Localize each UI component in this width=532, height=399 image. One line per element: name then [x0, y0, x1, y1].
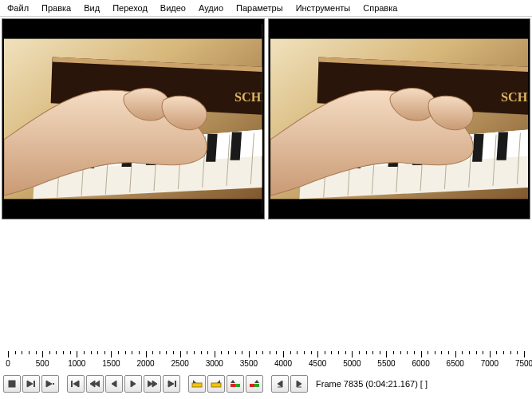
timeline-region: 0500100015002000250030003500400045005000…: [0, 351, 532, 399]
mark-in-button[interactable]: [188, 375, 206, 393]
svg-marker-57: [112, 381, 116, 387]
svg-rect-50: [33, 381, 35, 387]
svg-marker-49: [27, 381, 33, 387]
menu-edit[interactable]: Правка: [36, 2, 77, 14]
play-output-button[interactable]: [41, 375, 59, 393]
video-preview-area: SCHIM: [0, 17, 532, 221]
svg-marker-51: [46, 381, 52, 387]
prev-key-button[interactable]: [105, 375, 123, 393]
svg-rect-22: [206, 134, 218, 162]
menu-video[interactable]: Видео: [155, 2, 191, 14]
svg-rect-53: [71, 381, 73, 387]
menu-file[interactable]: Файл: [2, 2, 34, 14]
menu-tools[interactable]: Инструменты: [290, 2, 357, 14]
svg-rect-63: [192, 383, 202, 387]
timeline-ruler[interactable]: 0500100015002000250030003500400045005000…: [3, 351, 529, 373]
svg-rect-67: [231, 384, 235, 387]
svg-rect-62: [175, 381, 176, 387]
ruler-tick-label: 5500: [377, 359, 395, 368]
video-pane-input[interactable]: SCHIM: [2, 18, 265, 219]
svg-text:SCHIM: SCHIM: [501, 89, 528, 105]
ruler-tick-label: 2000: [136, 359, 154, 368]
menu-help[interactable]: Справка: [357, 2, 403, 14]
svg-marker-64: [193, 380, 196, 383]
go-start-button[interactable]: [67, 375, 85, 393]
menu-view[interactable]: Вид: [78, 2, 105, 14]
ruler-tick-label: 5000: [343, 359, 361, 368]
menu-bar: Файл Правка Вид Переход Видео Аудио Пара…: [0, 0, 532, 17]
step-back-button[interactable]: [86, 375, 104, 393]
mark-out-button[interactable]: [207, 375, 225, 393]
shuttle-back-button[interactable]: [271, 375, 289, 393]
svg-rect-71: [254, 384, 259, 387]
ruler-tick-label: 500: [36, 359, 49, 368]
ruler-tick-label: 6000: [412, 359, 429, 368]
svg-marker-73: [278, 381, 282, 387]
ruler-tick-label: 2500: [171, 359, 189, 368]
ruler-tick-label: 3000: [206, 359, 223, 368]
svg-rect-48: [9, 381, 15, 387]
next-key-button[interactable]: [124, 375, 142, 393]
video-pane-output[interactable]: SCHIM: [268, 18, 531, 219]
menu-go[interactable]: Переход: [107, 2, 153, 14]
ruler-tick-label: 6500: [447, 359, 464, 368]
prev-range-button[interactable]: [227, 375, 244, 393]
svg-marker-58: [131, 381, 136, 387]
svg-marker-72: [254, 380, 259, 383]
svg-marker-60: [152, 381, 157, 387]
svg-rect-47: [496, 132, 508, 160]
ruler-tick-label: 3500: [240, 359, 258, 368]
output-frame-image: SCHIM: [270, 24, 529, 214]
svg-marker-56: [95, 381, 100, 387]
svg-rect-68: [235, 384, 240, 387]
svg-rect-1: [4, 24, 262, 39]
ruler-tick-label: 4000: [274, 359, 292, 368]
svg-rect-52: [53, 383, 54, 385]
svg-marker-54: [73, 381, 79, 387]
menu-options[interactable]: Параметры: [231, 2, 289, 14]
shuttle-forward-button[interactable]: [290, 375, 308, 393]
svg-rect-26: [270, 199, 529, 214]
next-range-button[interactable]: [246, 375, 263, 393]
svg-rect-46: [472, 134, 484, 162]
ruler-tick-label: 4500: [309, 359, 326, 368]
svg-rect-65: [211, 383, 221, 387]
svg-rect-2: [4, 199, 262, 214]
play-input-button[interactable]: [22, 375, 40, 393]
svg-rect-23: [231, 132, 242, 160]
frame-status-text: Frame 7835 (0:04:21.167) [ ]: [316, 379, 428, 389]
svg-rect-70: [250, 384, 254, 387]
ruler-tick-label: 7500: [515, 359, 532, 368]
svg-marker-59: [148, 381, 152, 387]
ruler-tick-label: 0: [6, 359, 10, 368]
ruler-tick-label: 1500: [102, 359, 120, 368]
svg-marker-69: [231, 380, 235, 383]
svg-marker-75: [297, 381, 301, 387]
step-forward-button[interactable]: [144, 375, 161, 393]
svg-marker-61: [168, 381, 174, 387]
transport-controls: Frame 7835 (0:04:21.167) [ ]: [3, 373, 529, 394]
input-frame-image: SCHIM: [4, 24, 262, 214]
svg-rect-25: [270, 24, 529, 39]
menu-audio[interactable]: Аудио: [193, 2, 229, 14]
ruler-tick-label: 7000: [481, 359, 499, 368]
stop-button[interactable]: [3, 375, 21, 393]
svg-marker-66: [217, 380, 220, 383]
svg-text:SCHIM: SCHIM: [234, 89, 262, 105]
ruler-tick-label: 1000: [68, 359, 85, 368]
go-end-button[interactable]: [163, 375, 180, 393]
